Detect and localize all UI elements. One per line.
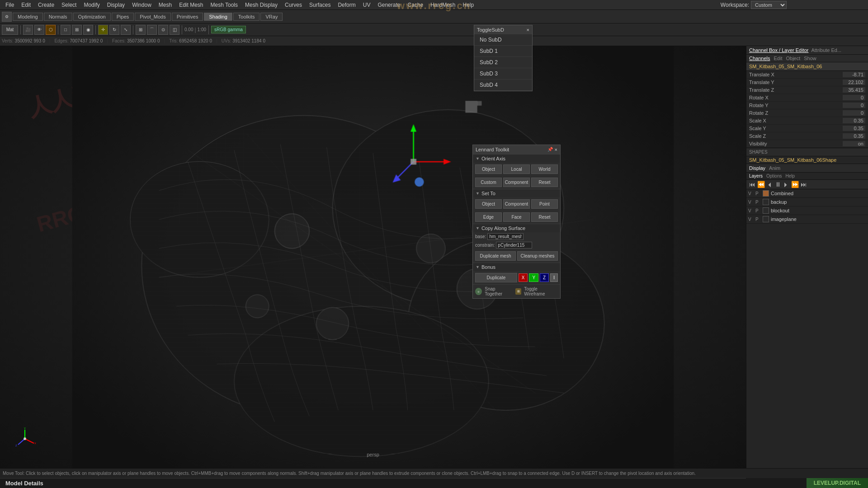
bonus-z-btn[interactable]: Z [540,273,549,282]
btn-solid[interactable]: □ [61,25,71,35]
setto-reset-btn[interactable]: Reset [531,212,558,222]
layer-backup-p[interactable]: P [755,200,761,205]
layer-combined-v[interactable]: V [748,191,754,196]
subd-2[interactable]: SubD 2 [474,57,532,68]
tab-toolkits[interactable]: Toolkits [233,13,260,21]
layer-blockout[interactable]: V P blockout [746,206,868,215]
btn-smooth[interactable]: ◉ [83,25,93,35]
menu-curves[interactable]: Curves [281,0,306,9]
layer-backup-v[interactable]: V [748,200,754,205]
ls-help[interactable]: Help [785,174,795,178]
menu-surfaces[interactable]: Surfaces [306,0,334,9]
tab-shading[interactable]: Shading [204,13,232,21]
viewport[interactable]: 人人素材 RRCG RRCG 人人素材 RRCG 人人素材 RRCG RRCG [0,46,746,468]
cam-icon3[interactable]: ⬡ [46,25,56,35]
btn-snap-point[interactable]: ⊙ [158,25,168,35]
pb-play[interactable]: ⏵ [783,181,789,188]
duplicate-mesh-btn[interactable]: Duplicate mesh [475,251,516,261]
attr-translate-z[interactable]: Translate Z 35.415 [746,86,868,94]
pb-prev[interactable]: ⏪ [757,181,765,188]
tab-pivot-mods[interactable]: Pivot_Mods [135,13,170,21]
layer-combined[interactable]: V P Combined [746,189,868,198]
cam-icon1[interactable]: 🎥 [23,25,33,35]
subd-none[interactable]: No SubD [474,34,532,46]
cleanup-meshes-btn[interactable]: Cleanup meshes [517,251,558,261]
lennard-pin-icon[interactable]: 📌 [547,147,553,152]
menu-uv[interactable]: UV [359,0,374,9]
lennard-close-icon[interactable]: × [555,147,557,152]
menu-modify[interactable]: Modify [80,0,103,9]
snap-together-btn[interactable]: Snap Together [485,286,513,296]
bonus-i-btn[interactable]: I [550,273,558,282]
togglesubd-title[interactable]: ToggleSubD × [474,25,532,34]
toolbar2-icon[interactable]: ⚙ [2,12,12,22]
menu-deform[interactable]: Deform [334,0,359,9]
attr-scale-y[interactable]: Scale Y 0.35 [746,125,868,132]
copy-along-base-input[interactable] [487,233,524,240]
subd-4[interactable]: SubD 4 [474,80,532,91]
ch-tab-object[interactable]: Object [786,56,800,61]
pb-back[interactable]: ⏴ [767,181,773,188]
ch-tab-channels[interactable]: Channels [749,56,770,61]
btn-snap-view[interactable]: ◫ [170,25,179,35]
tab-anim[interactable]: Anim [769,165,780,171]
pb-next[interactable]: ⏩ [791,181,799,188]
orient-custom-btn[interactable]: Custom [475,178,502,187]
menu-window[interactable]: Window [128,0,155,9]
toggle-wireframe-btn[interactable]: Toggle Wireframe [524,286,558,296]
orient-local-btn[interactable]: Local [503,164,530,174]
tab-modeling[interactable]: Modeling [13,13,43,21]
subd-3[interactable]: SubD 3 [474,68,532,80]
menu-generate[interactable]: Generate [374,0,404,9]
tab-display[interactable]: Display [749,165,765,171]
setto-object-btn[interactable]: Object [475,199,502,209]
menu-mesh[interactable]: Mesh [155,0,175,9]
orient-object-btn[interactable]: Object [475,164,502,174]
tab-primitives[interactable]: Primitives [172,13,203,21]
layer-imageplane-p[interactable]: P [755,217,761,222]
material-icon[interactable]: Mat [2,25,18,35]
subd-1[interactable]: SubD 1 [474,46,532,57]
btn-snap-grid[interactable]: ⊞ [136,25,146,35]
menu-select[interactable]: Select [58,0,80,9]
attr-visibility[interactable]: Visibility on [746,140,868,148]
menu-hardmesh[interactable]: HardMesh [427,0,459,9]
ch-tab-edit[interactable]: Edit [774,56,782,61]
orient-axis-header[interactable]: ▼ Orient Axis [473,154,560,163]
menu-file[interactable]: File [2,0,18,9]
layer-blockout-v[interactable]: V [748,208,754,213]
attr-translate-x[interactable]: Translate X -8.71 [746,71,868,79]
pb-end[interactable]: ⏭ [801,181,807,188]
btn-transform[interactable]: ✛ [98,25,108,35]
pb-start[interactable]: ⏮ [749,181,755,188]
togglesubd-close[interactable]: × [527,27,529,33]
tab-normals[interactable]: Normals [44,13,72,21]
orient-component-btn[interactable]: Component [503,178,530,187]
btn-rotate[interactable]: ↻ [109,25,119,35]
workspace-select[interactable]: Custom Default Animation Modeling [751,1,787,9]
menu-display[interactable]: Display [104,0,128,9]
attr-rotate-y[interactable]: Rotate Y 0 [746,102,868,109]
setto-component-btn[interactable]: Component [503,199,530,209]
setto-face-btn[interactable]: Face [503,212,530,222]
tab-optimization[interactable]: Optimization [73,13,111,21]
bonus-x-btn[interactable]: X [519,273,528,282]
cam-icon2[interactable]: 👁 [34,25,44,35]
layer-imageplane[interactable]: V P imageplane [746,215,868,224]
menu-cache[interactable]: Cache [404,0,427,9]
menu-help[interactable]: Help [459,0,478,9]
menu-mesh-tools[interactable]: Mesh Tools [207,0,241,9]
color-profile[interactable]: sRGB gamma [211,26,246,33]
attr-editor-tab[interactable]: Attribute Ed... [811,47,841,53]
attr-translate-y[interactable]: Translate Y 22.102 [746,79,868,86]
btn-scale[interactable]: ⤡ [121,25,131,35]
setto-point-btn[interactable]: Point [531,199,558,209]
tab-vray[interactable]: VRay [260,13,283,21]
lennard-title-bar[interactable]: Lennard Toolkit 📌 × [473,145,560,154]
setto-edge-btn[interactable]: Edge [475,212,502,222]
menu-edit[interactable]: Edit [18,0,34,9]
set-to-header[interactable]: ▼ Set To [473,189,560,197]
attr-rotate-x[interactable]: Rotate X 0 [746,94,868,102]
orient-world-btn[interactable]: World [531,164,558,174]
bonus-duplicate-btn[interactable]: Duplicate [475,273,517,282]
